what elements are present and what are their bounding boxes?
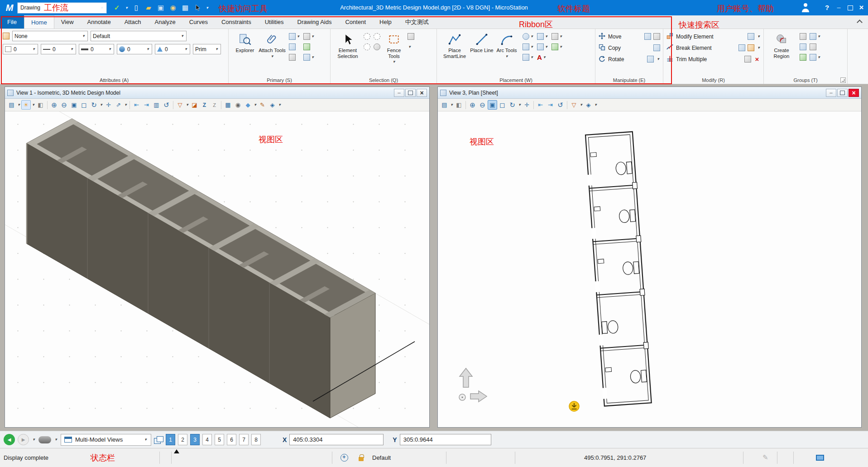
pattern-area-button[interactable] — [551, 32, 563, 41]
download-marker-icon[interactable] — [568, 400, 580, 412]
modify-element-button[interactable]: Modify Element — [666, 31, 761, 42]
chevron-down-icon[interactable] — [278, 103, 282, 107]
view1-titlebar[interactable]: View 1 - Isometric, 3D Metric Design Mod… — [5, 87, 429, 99]
rotate-button[interactable]: Rotate — [598, 53, 660, 65]
chevron-down-icon[interactable] — [656, 57, 660, 61]
view3-titlebar[interactable]: View 3, Plan [Sheet] — [438, 87, 861, 99]
array-icon[interactable] — [644, 33, 651, 40]
models-button[interactable] — [288, 42, 301, 51]
view-background-icon[interactable] — [454, 100, 464, 110]
prim-combo[interactable]: Prim — [193, 44, 221, 54]
markup-pencil-icon[interactable] — [762, 453, 768, 462]
active-priority-combo[interactable]: 0 — [155, 44, 190, 54]
navigation-icon[interactable] — [584, 100, 593, 110]
view-close-button[interactable] — [849, 89, 859, 97]
arc-tools-button[interactable]: Arc Tools — [494, 31, 519, 62]
fit-view-icon[interactable] — [79, 100, 89, 110]
view-next-icon[interactable] — [546, 100, 555, 110]
group-elements-button[interactable] — [799, 42, 807, 51]
chevron-down-icon[interactable] — [54, 438, 58, 442]
place-smartline-button[interactable]: Place SmartLine — [440, 31, 470, 62]
clip-mask-icon[interactable] — [190, 100, 199, 110]
pan-view-icon[interactable] — [522, 100, 532, 110]
view-toggle-7[interactable]: 7 — [239, 434, 249, 445]
workflow-selector[interactable]: Drawing 工作流 — [17, 2, 107, 14]
tab-annotate[interactable]: Annotate — [81, 15, 118, 29]
element-selection-button[interactable]: Element Selection — [333, 31, 362, 64]
stretch-icon[interactable] — [653, 33, 660, 40]
view-background-icon[interactable] — [36, 100, 45, 110]
select-shape-button[interactable] — [363, 42, 371, 51]
view-toggle-6[interactable]: 6 — [227, 434, 236, 445]
chevron-down-icon[interactable] — [253, 103, 257, 107]
tab-utilities[interactable]: Utilities — [258, 15, 291, 29]
status-popup-arrow-icon[interactable] — [174, 449, 179, 453]
copy-view-icon[interactable] — [152, 100, 161, 110]
new-file-icon[interactable] — [132, 3, 141, 12]
explorer-button[interactable]: Explorer — [231, 31, 259, 62]
tab-content[interactable]: Content — [338, 15, 373, 29]
view-maximize-button[interactable] — [405, 89, 416, 97]
clipboard-button[interactable] — [407, 32, 415, 41]
copy-button[interactable]: Copy — [598, 42, 660, 53]
navigation-icon[interactable] — [268, 100, 277, 110]
saved-views-icon[interactable] — [223, 100, 233, 110]
cascade-views-icon[interactable] — [154, 436, 163, 443]
back-button[interactable] — [4, 434, 15, 445]
markups-icon[interactable] — [258, 100, 267, 110]
create-complex-chain-button[interactable] — [809, 32, 821, 41]
graphic-group-button[interactable] — [809, 53, 821, 62]
tab-home[interactable]: Home — [24, 15, 54, 29]
zoom-out-icon[interactable] — [478, 100, 487, 110]
fit-view-icon[interactable] — [498, 100, 507, 110]
chevron-down-icon[interactable] — [757, 34, 761, 39]
place-cell-button[interactable] — [551, 42, 563, 51]
collapse-ribbon-icon[interactable] — [855, 19, 864, 26]
accusnap-icon[interactable] — [340, 454, 348, 462]
accudraw-x-input[interactable] — [289, 434, 384, 445]
chevron-down-icon[interactable] — [579, 103, 583, 107]
chevron-down-icon[interactable] — [124, 103, 128, 107]
accudraw-y-input[interactable] — [400, 434, 491, 445]
fillet-icon[interactable] — [739, 44, 745, 51]
print-icon[interactable] — [168, 3, 177, 12]
tab-help[interactable]: Help — [373, 15, 398, 29]
chevron-down-icon[interactable] — [518, 103, 522, 107]
window-area-icon[interactable] — [69, 100, 79, 110]
place-line-button[interactable]: Place Line — [470, 31, 494, 62]
chevron-down-icon[interactable] — [17, 103, 21, 107]
add-to-group-button[interactable] — [799, 53, 807, 62]
workflow-check-icon[interactable] — [112, 3, 121, 12]
view-toggle-2[interactable]: 2 — [178, 434, 187, 445]
clip-volume-icon[interactable] — [175, 100, 185, 110]
chevron-down-icon[interactable] — [99, 103, 103, 107]
place-text-button[interactable]: A — [537, 53, 549, 62]
align-icon[interactable] — [647, 56, 654, 63]
view-toggle-8[interactable]: 8 — [251, 434, 261, 445]
select-block-button[interactable] — [373, 32, 381, 41]
view-attributes-icon[interactable] — [7, 100, 16, 110]
save-icon[interactable] — [156, 3, 165, 12]
minimize-button[interactable] — [833, 0, 844, 15]
chevron-down-icon[interactable] — [450, 103, 454, 107]
attach-tools-button[interactable]: Attach Tools — [259, 31, 286, 62]
set-depth-icon[interactable] — [200, 100, 209, 110]
pan-view-icon[interactable] — [104, 100, 113, 110]
rotate-view-icon[interactable] — [508, 100, 517, 110]
import-icon[interactable] — [181, 3, 190, 12]
place-multiline-button[interactable] — [522, 53, 534, 62]
maximize-button[interactable] — [844, 0, 856, 15]
create-region-button[interactable]: Create Region — [767, 31, 796, 62]
view1-canvas[interactable]: 视图区 — [5, 111, 429, 427]
clipboard-more-button[interactable] — [407, 42, 415, 51]
ungroup-button[interactable] — [809, 42, 821, 51]
drop-element-button[interactable] — [799, 32, 807, 41]
active-transparency-combo[interactable]: 0 — [117, 44, 152, 54]
tab-curves[interactable]: Curves — [182, 15, 215, 29]
rotate-view-icon[interactable] — [89, 100, 99, 110]
active-line-weight-combo[interactable]: 0 — [79, 44, 114, 54]
place-block-button[interactable] — [522, 42, 534, 51]
view-previous-icon[interactable] — [536, 100, 545, 110]
window-area-icon[interactable] — [488, 100, 497, 110]
view-compass-icon[interactable] — [456, 367, 497, 410]
